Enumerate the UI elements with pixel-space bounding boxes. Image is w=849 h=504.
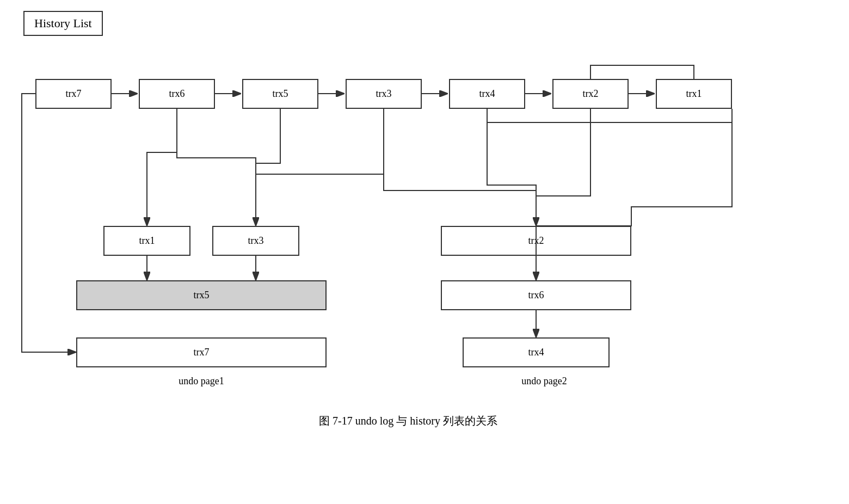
page1-trx5: trx5 <box>76 280 327 310</box>
page1-trx7: trx7 <box>76 337 327 367</box>
page2-trx4: trx4 <box>463 337 610 367</box>
top-trx4: trx4 <box>449 79 525 109</box>
top-trx5: trx5 <box>242 79 318 109</box>
label-undo-page2: undo page2 <box>473 376 615 387</box>
page1-trx3: trx3 <box>212 226 299 256</box>
top-trx6: trx6 <box>139 79 215 109</box>
page2-trx2: trx2 <box>441 226 631 256</box>
title-box: History List <box>23 11 103 36</box>
top-trx1: trx1 <box>656 79 732 109</box>
top-trx2: trx2 <box>552 79 629 109</box>
top-trx3: trx3 <box>346 79 422 109</box>
page1-trx1: trx1 <box>103 226 190 256</box>
top-trx7: trx7 <box>35 79 112 109</box>
label-undo-page1: undo page1 <box>131 376 272 387</box>
caption: 图 7-17 undo log 与 history 列表的关系 <box>163 414 653 428</box>
page2-trx6: trx6 <box>441 280 631 310</box>
diagram-container: History List trx7 trx6 trx5 trx3 trx4 tr… <box>0 0 849 504</box>
